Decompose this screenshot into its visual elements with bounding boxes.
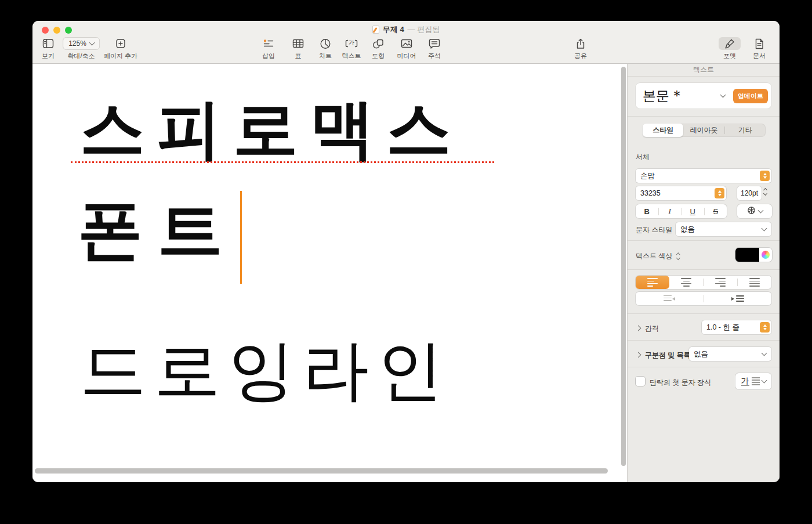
spellcheck-underline xyxy=(71,161,494,163)
text-box-button[interactable]: 가 텍스트 xyxy=(340,37,363,60)
chevron-down-icon[interactable] xyxy=(720,92,726,98)
document-canvas[interactable]: 스피로맥스 폰트 드로잉라인 xyxy=(32,64,628,482)
spacing-disclosure-icon[interactable] xyxy=(636,326,641,331)
color-wheel-icon xyxy=(762,251,770,259)
divider xyxy=(628,240,780,241)
italic-button[interactable]: I xyxy=(659,207,682,216)
pages-window: 무제 4 — 편집됨 보기 125% 확대/축소 페이지 추가 xyxy=(32,21,780,482)
tab-layout[interactable]: 레이아웃 xyxy=(683,124,724,137)
align-center-button[interactable] xyxy=(669,276,703,289)
zoom-value: 125% xyxy=(68,39,86,48)
media-button[interactable]: 미디어 xyxy=(396,37,418,60)
font-variant-select[interactable]: 33235 xyxy=(636,186,726,200)
comment-button[interactable]: 주석 xyxy=(423,37,445,60)
align-justify-button[interactable] xyxy=(738,276,771,289)
add-page-button[interactable]: 페이지 추가 xyxy=(104,37,137,60)
document-line-2[interactable]: 폰트 xyxy=(78,187,238,274)
align-center-icon xyxy=(681,278,691,286)
chevron-down-icon xyxy=(762,226,767,232)
current-color-swatch[interactable] xyxy=(735,248,759,262)
alignment-buttons xyxy=(636,276,771,289)
paragraph-style-card[interactable]: 본문 * 업데이트 xyxy=(636,83,771,109)
sidebar-tabs: 스타일 레이아웃 기타 xyxy=(643,124,766,137)
table-button[interactable]: 표 xyxy=(287,37,309,60)
dropcap-style-button[interactable]: 가 xyxy=(735,373,771,389)
sidebar-panel-icon xyxy=(37,37,59,50)
divider xyxy=(628,116,780,117)
minimize-button[interactable] xyxy=(53,27,60,34)
document-proxy-icon xyxy=(372,26,379,34)
chevron-down-icon xyxy=(761,378,767,384)
outdent-icon xyxy=(664,295,670,302)
add-page-icon xyxy=(110,37,131,50)
format-button[interactable]: 포맷 xyxy=(719,37,741,60)
font-family-select[interactable]: 손맘 xyxy=(636,169,771,183)
divider xyxy=(628,340,780,341)
tab-more[interactable]: 기타 xyxy=(725,124,766,137)
media-icon xyxy=(396,37,418,50)
align-right-button[interactable] xyxy=(704,276,737,289)
format-brush-icon xyxy=(719,37,741,50)
bullets-label: 구분점 및 목록 xyxy=(645,350,691,360)
comment-icon xyxy=(423,37,445,50)
chevron-down-icon xyxy=(762,350,767,356)
view-button[interactable]: 보기 xyxy=(37,37,59,60)
shape-button[interactable]: 도형 xyxy=(367,37,389,60)
close-button[interactable] xyxy=(42,27,49,34)
update-style-button[interactable]: 업데이트 xyxy=(733,89,768,103)
dropcap-checkbox[interactable] xyxy=(636,377,645,386)
divider xyxy=(628,269,780,270)
fullscreen-button[interactable] xyxy=(65,27,72,34)
vertical-scrollbar[interactable] xyxy=(621,67,626,466)
chart-icon xyxy=(315,37,336,50)
stepper-icon[interactable] xyxy=(715,188,724,198)
document-line-1[interactable]: 스피로맥스 xyxy=(80,86,463,174)
font-section-label: 서체 xyxy=(636,152,650,162)
color-wheel-button[interactable] xyxy=(759,248,772,262)
chart-button[interactable]: 텍스트 차트 xyxy=(315,37,336,60)
font-size-field[interactable]: 120pt xyxy=(737,186,762,200)
document-icon xyxy=(749,37,770,50)
text-insertion-caret xyxy=(240,191,242,284)
font-size-stepper[interactable] xyxy=(764,189,767,195)
window-edited-status: — 편집됨 xyxy=(408,24,440,35)
traffic-lights xyxy=(42,27,72,34)
text-color-label: 텍스트 색상 xyxy=(636,251,679,261)
tab-style[interactable]: 스타일 xyxy=(643,124,683,137)
document-line-3[interactable]: 드로잉라인 xyxy=(80,326,451,415)
dropcap-lines-icon xyxy=(752,377,760,385)
text-color-well[interactable] xyxy=(735,248,772,262)
paragraph-style-name: 본문 * xyxy=(636,87,721,105)
stepper-icon[interactable] xyxy=(760,171,770,181)
spacing-select[interactable]: 1.0 - 한 줄 xyxy=(702,320,771,334)
divider xyxy=(628,313,780,314)
window-title: 무제 4 xyxy=(383,24,404,35)
indent-button[interactable] xyxy=(704,292,772,305)
dropcap-glyph: 가 xyxy=(741,377,749,386)
chevron-down-icon xyxy=(757,208,763,214)
dropcap-label: 단락의 첫 문자 장식 xyxy=(650,378,711,388)
char-style-select[interactable]: 없음 xyxy=(676,222,771,236)
toolbar: 무제 4 — 편집됨 보기 125% 확대/축소 페이지 추가 xyxy=(32,21,780,64)
document-button[interactable]: 문서 xyxy=(749,37,770,60)
spacing-label: 간격 xyxy=(645,324,659,334)
textbox-icon: 가 xyxy=(340,37,363,50)
zoom-control[interactable]: 125% 확대/축소 xyxy=(63,37,100,60)
advanced-text-options-button[interactable] xyxy=(737,204,772,218)
bullets-disclosure-icon[interactable] xyxy=(636,352,641,358)
align-right-icon xyxy=(715,278,726,286)
underline-button[interactable]: U xyxy=(682,207,704,216)
bold-button[interactable]: B xyxy=(636,207,658,216)
stepper-icon[interactable] xyxy=(760,322,770,333)
align-left-icon xyxy=(647,278,658,286)
table-icon xyxy=(287,37,309,50)
align-left-button[interactable] xyxy=(636,276,669,289)
align-justify-icon xyxy=(749,278,760,286)
insert-button[interactable]: 삽입 xyxy=(258,37,280,60)
horizontal-scrollbar[interactable] xyxy=(35,468,608,474)
share-button[interactable]: 공유 xyxy=(570,37,591,60)
bullets-select[interactable]: 없음 xyxy=(689,347,771,361)
strikethrough-button[interactable]: S xyxy=(705,207,727,216)
outdent-button[interactable] xyxy=(636,292,704,305)
indent-buttons xyxy=(636,292,771,305)
